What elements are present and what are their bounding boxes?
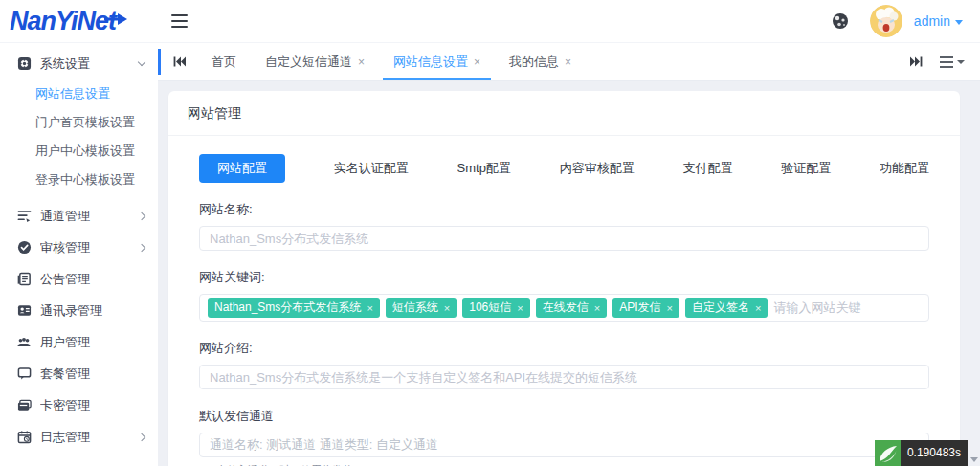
tag-close-icon[interactable]: × bbox=[755, 302, 761, 314]
sidebar-sub-label: 用户中心模板设置 bbox=[35, 143, 135, 160]
tag-close-icon[interactable]: × bbox=[517, 302, 523, 314]
site-intro-group: 网站介绍: bbox=[199, 340, 929, 389]
site-intro-input[interactable] bbox=[199, 365, 929, 389]
sidebar-item-log-mgmt[interactable]: 日志管理 bbox=[0, 421, 158, 453]
user-menu[interactable]: admin bbox=[914, 13, 963, 29]
config-tab-smtp[interactable]: Smtp配置 bbox=[457, 160, 511, 177]
tag-close-icon[interactable]: × bbox=[594, 302, 600, 314]
chevron-right-icon bbox=[138, 433, 145, 440]
sidebar-item-login-template[interactable]: 登录中心模板设置 bbox=[0, 166, 158, 194]
app-header: NanYiNet bbox=[0, 0, 980, 43]
keyword-tag: 在线发信 × bbox=[536, 298, 607, 318]
tab-my-info[interactable]: 我的信息 × bbox=[495, 43, 586, 80]
logo-text: NanYiNet bbox=[10, 7, 116, 35]
users-group-icon bbox=[16, 335, 32, 350]
tab-close-icon[interactable]: × bbox=[565, 56, 571, 68]
keyword-tag-label: 在线发信 bbox=[543, 300, 589, 316]
config-tab-content-audit[interactable]: 内容审核配置 bbox=[560, 160, 635, 177]
speech-bubble-icon bbox=[16, 366, 32, 382]
tabs-scroll-left-button[interactable] bbox=[158, 43, 197, 80]
main-area: 首页 自定义短信通道 × 网站信息设置 × 我的信息 × bbox=[158, 43, 980, 466]
tab-home[interactable]: 首页 bbox=[197, 43, 251, 80]
channel-list-icon bbox=[16, 209, 32, 224]
default-channel-group: 默认发信通道 通道名称: 测试通道 通道类型: 自定义通道 API未传入通道ID… bbox=[199, 408, 929, 466]
logo-box: NanYiNet bbox=[0, 0, 158, 43]
language-globe-icon[interactable] bbox=[832, 12, 849, 30]
keyword-tag-label: 自定义签名 bbox=[692, 300, 749, 316]
site-keywords-label: 网站关键词: bbox=[199, 269, 929, 286]
menu-bars-icon bbox=[940, 56, 953, 68]
sidebar-item-usercenter-template[interactable]: 用户中心模板设置 bbox=[0, 137, 158, 166]
sidebar-item-portal-template[interactable]: 门户首页模板设置 bbox=[0, 108, 158, 137]
sidebar-item-channel-mgmt[interactable]: 通道管理 bbox=[0, 200, 158, 232]
config-tab-site[interactable]: 网站配置 bbox=[199, 154, 285, 183]
gear-icon bbox=[16, 56, 32, 72]
sidebar-item-label: 日志管理 bbox=[40, 429, 139, 446]
keyword-tag-label: 106短信 bbox=[469, 300, 511, 316]
keyword-tag-label: API发信 bbox=[619, 300, 660, 316]
sidebar-item-package-mgmt[interactable]: 套餐管理 bbox=[0, 358, 158, 389]
tag-close-icon[interactable]: × bbox=[367, 302, 372, 314]
tabs-scroll-right-button[interactable] bbox=[910, 56, 923, 67]
default-channel-value: 通道名称: 测试通道 通道类型: 自定义通道 bbox=[210, 436, 438, 454]
keyword-tag-label: Nathan_Sms分布式发信系统 bbox=[214, 300, 361, 316]
sidebar-sub-label: 门户首页模板设置 bbox=[35, 114, 135, 131]
sidebar-group-system: 系统设置 网站信息设置 门户首页模板设置 用户中心模板设置 登录中心模板设置 bbox=[0, 48, 158, 194]
sidebar-item-label: 通讯录管理 bbox=[40, 302, 145, 320]
config-tab-payment[interactable]: 支付配置 bbox=[682, 160, 732, 177]
debug-trace-bar[interactable]: 0.190483s bbox=[875, 440, 978, 466]
keywords-tag-box[interactable]: Nathan_Sms分布式发信系统 × 短信系统 × 106短信 × 在线发 bbox=[199, 294, 929, 322]
site-name-input[interactable] bbox=[199, 226, 929, 251]
sidebar-item-contacts-mgmt[interactable]: 通讯录管理 bbox=[0, 295, 158, 326]
keyword-tag: 自定义签名 × bbox=[685, 298, 768, 318]
tabs-menu-button[interactable] bbox=[940, 56, 965, 68]
keyword-tag: API发信 × bbox=[612, 298, 679, 318]
panel-body: 网站配置 实名认证配置 Smtp配置 内容审核配置 支付配置 验证配置 功能配置… bbox=[168, 154, 960, 466]
sidebar-item-label: 公告管理 bbox=[40, 271, 145, 288]
sidebar-item-label: 审核管理 bbox=[40, 239, 139, 256]
keyword-tag: Nathan_Sms分布式发信系统 × bbox=[208, 298, 380, 318]
sidebar-item-audit-mgmt[interactable]: 审核管理 bbox=[0, 232, 158, 263]
contact-card-icon bbox=[16, 303, 32, 319]
sidebar-item-user-mgmt[interactable]: 用户管理 bbox=[0, 326, 158, 358]
chevron-down-icon bbox=[138, 58, 145, 66]
sidebar-item-site-info[interactable]: 网站信息设置 bbox=[0, 79, 158, 108]
default-channel-label: 默认发信通道 bbox=[199, 408, 929, 425]
tag-close-icon[interactable]: × bbox=[444, 302, 450, 314]
sidebar-sub-label: 网站信息设置 bbox=[35, 85, 110, 102]
sidebar-item-label: 用户管理 bbox=[40, 334, 145, 351]
config-tab-realname[interactable]: 实名认证配置 bbox=[334, 160, 409, 177]
app-window: NanYiNet bbox=[0, 0, 980, 466]
tabbar-spacer bbox=[586, 43, 910, 80]
config-tab-captcha[interactable]: 验证配置 bbox=[781, 160, 831, 177]
keyword-add-input[interactable] bbox=[773, 300, 861, 315]
shield-check-icon bbox=[16, 240, 32, 255]
tab-site-info-settings[interactable]: 网站信息设置 × bbox=[379, 43, 495, 80]
chevron-down-icon bbox=[957, 60, 965, 64]
sidebar-item-announcement-mgmt[interactable]: 公告管理 bbox=[0, 263, 158, 295]
card-icon bbox=[16, 398, 32, 413]
default-channel-select[interactable]: 通道名称: 测试通道 通道类型: 自定义通道 bbox=[199, 433, 929, 457]
user-avatar[interactable] bbox=[870, 5, 902, 37]
site-management-panel: 网站管理 网站配置 实名认证配置 Smtp配置 内容审核配置 支付配置 验证配置… bbox=[168, 91, 960, 466]
tabbar-right-controls bbox=[910, 43, 980, 80]
tag-close-icon[interactable]: × bbox=[667, 302, 673, 314]
chevron-right-icon bbox=[138, 211, 145, 219]
tab-close-icon[interactable]: × bbox=[474, 56, 480, 68]
logo-arrow-icon bbox=[104, 13, 127, 25]
sidebar-collapse-icon[interactable] bbox=[171, 14, 188, 28]
sidebar-item-cardkey-mgmt[interactable]: 卡密管理 bbox=[0, 389, 158, 421]
sidebar-item-label: 卡密管理 bbox=[40, 397, 145, 414]
debug-time-badge: 0.190483s bbox=[901, 440, 968, 466]
site-name-group: 网站名称: bbox=[199, 201, 929, 251]
thinkphp-leaf-icon bbox=[875, 440, 901, 466]
sidebar-item-label: 通道管理 bbox=[40, 208, 139, 225]
tab-close-icon[interactable]: × bbox=[358, 56, 365, 68]
sidebar-item-system-settings[interactable]: 系统设置 bbox=[0, 48, 158, 79]
tab-label: 首页 bbox=[212, 54, 236, 71]
page-tabbar: 首页 自定义短信通道 × 网站信息设置 × 我的信息 × bbox=[158, 43, 980, 81]
tab-custom-sms-channel[interactable]: 自定义短信通道 × bbox=[251, 43, 379, 80]
announcement-icon bbox=[16, 272, 32, 287]
site-intro-label: 网站介绍: bbox=[199, 340, 929, 357]
config-tab-features[interactable]: 功能配置 bbox=[880, 160, 929, 177]
